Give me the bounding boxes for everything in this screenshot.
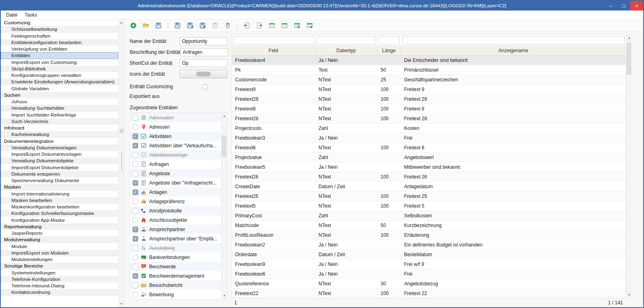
grid-button-1[interactable]: [267, 21, 277, 30]
sidebar-item[interactable]: Masken bearbeiten: [1, 197, 118, 204]
entity-list-item[interactable]: Anlagepräferenz: [130, 197, 221, 206]
entity-checkbox[interactable]: [133, 264, 138, 270]
table-row[interactable]: Freetext25NText100Freitext 25: [232, 191, 626, 201]
entity-list-item[interactable]: Anlagen: [130, 187, 221, 197]
table-row[interactable]: ProjectcostsZahlKosten: [232, 123, 626, 133]
sidebar-item[interactable]: Telefonie-Konfiguration: [1, 276, 118, 283]
entity-checkbox[interactable]: [133, 143, 138, 149]
entity-icons-button[interactable]: [180, 70, 227, 79]
table-row[interactable]: Freetext9NText100Freitext 9: [232, 85, 626, 94]
sidebar-item[interactable]: Schlüsselbearbeitung: [1, 26, 118, 32]
filter-input-anzeigename[interactable]: [402, 36, 625, 45]
entity-list-item[interactable]: Aktivitätenvorlage: [130, 150, 221, 159]
sidebar-item[interactable]: Verwaltung Dokumentobjekte: [1, 157, 118, 164]
sidebar-item[interactable]: Moduleinstellungen: [1, 256, 118, 263]
table-row[interactable]: Freeboolean2Ja / NeinEin definiertes Bud…: [232, 240, 626, 250]
entity-list-item[interactable]: Aktivitäten über "Verkaufscha...: [130, 141, 221, 150]
entity-checkbox[interactable]: [133, 189, 138, 195]
entity-checkbox[interactable]: [133, 292, 138, 297]
entity-checkbox[interactable]: [133, 227, 138, 232]
sidebar-category[interactable]: Modulverwaltung: [1, 236, 118, 243]
sidebar-item[interactable]: Such-Verzeichnis: [1, 118, 118, 125]
table-row[interactable]: OrderdateDatum / ZeitBestelldatum: [232, 250, 626, 259]
sidebar-item[interactable]: Kachelverwaltung: [1, 131, 118, 138]
table-row[interactable]: QuotereferenceNText30Angebotsbezug: [232, 279, 626, 289]
save-export-button[interactable]: [197, 21, 208, 30]
table-row[interactable]: CustomercodeNText25Geschäftspartnerzeich…: [232, 75, 626, 85]
entity-checkbox[interactable]: [133, 115, 138, 121]
sidebar-item[interactable]: Import Suchfelder-Reihenfolge: [1, 112, 118, 118]
entity-checkbox[interactable]: [133, 199, 138, 204]
sidebar-category[interactable]: Masken: [1, 184, 118, 190]
sidebar-category[interactable]: Dokumentenintegration: [1, 138, 118, 144]
delete-button[interactable]: [223, 21, 233, 30]
table-row[interactable]: Freetext8NText100Freitext 8: [232, 104, 626, 114]
sidebar-item[interactable]: Import/Export von Modulen: [1, 250, 118, 256]
entity-checkbox[interactable]: [133, 283, 138, 288]
entity-checkbox[interactable]: [133, 180, 138, 186]
sidebar-item[interactable]: Import/Export Dokumentvorlagen: [1, 151, 118, 157]
scroll-down-icon[interactable]: [119, 302, 124, 306]
entity-list-item[interactable]: Angebote: [130, 169, 221, 178]
scroll-down-icon[interactable]: [627, 293, 632, 297]
sidebar-item[interactable]: Import Internationalisierung: [1, 191, 118, 197]
sidebar-item[interactable]: Systemeinstellungen: [1, 270, 118, 276]
table-row[interactable]: Freeboolean6Ja / NeinFrei: [232, 269, 626, 279]
table-row[interactable]: Freeboolean3Ja / NeinFrei: [232, 133, 626, 143]
table-row[interactable]: MatchcodeNText50Kurzbezeichnung: [232, 221, 626, 230]
sidebar-item[interactable]: Feldeigenschaften: [1, 33, 118, 39]
entity-list-item[interactable]: Angebote über "Anfragenschl...: [130, 178, 221, 187]
sidebar-category[interactable]: Customizing: [1, 19, 118, 26]
entity-checkbox[interactable]: [133, 236, 138, 242]
table-row[interactable]: Freetext29NText100Freitext 29: [232, 94, 626, 104]
splitter-dots-icon[interactable]: [120, 153, 123, 172]
table-row[interactable]: Freeboolean9Ja / NeinFrei w/f 9: [232, 259, 626, 269]
filter-input-feld[interactable]: [233, 36, 314, 45]
entity-list-item[interactable]: Anrufprotokolle: [130, 206, 221, 215]
entity-list-item[interactable]: Ansprechpartner: [130, 225, 221, 234]
sidebar-item[interactable]: Juhuuu: [1, 98, 118, 105]
save-check-button[interactable]: [172, 21, 183, 30]
entity-list-scrollbar[interactable]: [221, 113, 227, 299]
save-button[interactable]: [153, 21, 164, 30]
table-row[interactable]: PrimaryCostZahlSelbstkosten: [232, 211, 626, 221]
table-row[interactable]: CreateDateDatum / ZeitAnlagedatum: [232, 182, 626, 191]
export-page-button[interactable]: [254, 21, 265, 30]
contains-customizing-checkbox[interactable]: [203, 84, 208, 89]
table-row[interactable]: Freetext26NText100Freitext 26: [232, 172, 626, 182]
sidebar-category[interactable]: Suchen: [1, 92, 118, 98]
table-row[interactable]: Freetext5NText100Freitext 5: [232, 201, 626, 211]
entity-list-item[interactable]: Adressen: [130, 122, 221, 132]
entity-list-item[interactable]: Aktivitäten: [130, 132, 221, 141]
import-page-button[interactable]: [242, 21, 252, 30]
filter-input-länge[interactable]: [379, 36, 400, 45]
entity-list-item[interactable]: Beschwerdemanagement: [130, 271, 221, 280]
scroll-thumb[interactable]: [627, 43, 631, 74]
sidebar-item[interactable]: Konfiguration Schnellerfassungsmaske: [1, 210, 118, 217]
menu-datei[interactable]: Datei: [2, 11, 21, 19]
scroll-track[interactable]: [222, 119, 227, 293]
sidebar-item[interactable]: Skript-Bibliothek: [1, 66, 118, 72]
entity-checkbox[interactable]: [133, 171, 138, 176]
column-header[interactable]: Feld: [232, 46, 315, 55]
table-row[interactable]: Freeboolean4Ja / NeinDie Entscheider sin…: [232, 55, 626, 65]
scroll-down-icon[interactable]: [222, 293, 227, 298]
entity-list-item[interactable]: Anfragen: [130, 159, 221, 169]
entity-list-item[interactable]: Adressaten: [130, 113, 221, 122]
entity-list-item[interactable]: Anschlussobjekte: [130, 215, 221, 225]
table-row[interactable]: Freetext28NText100Freitext 28: [232, 114, 626, 123]
column-header[interactable]: Länge: [377, 46, 401, 55]
save-import-button[interactable]: [185, 21, 195, 30]
minimize-button[interactable]: –: [604, 1, 617, 11]
table-row[interactable]: Freeboolean5Ja / NeinMitbewerber sind be…: [232, 162, 626, 172]
sidebar-item[interactable]: Telefonie-Inbound-Dialog: [1, 283, 118, 289]
entity-checkbox[interactable]: [133, 124, 138, 130]
sidebar-item[interactable]: Kontaktzuordnung: [1, 289, 118, 295]
maximize-button[interactable]: □: [617, 1, 630, 11]
entity-checkbox[interactable]: [133, 134, 138, 139]
entity-checkbox[interactable]: [133, 245, 138, 251]
entity-checkbox[interactable]: [133, 255, 138, 260]
menu-tasks[interactable]: Tasks: [21, 11, 41, 19]
grid-button-2[interactable]: [279, 21, 290, 30]
table-row[interactable]: PkText50Primärschlüssel: [232, 65, 626, 75]
